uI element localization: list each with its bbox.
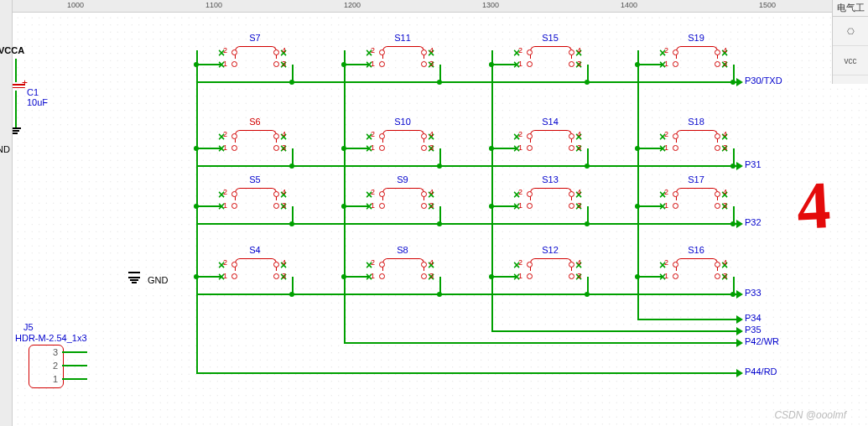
tool-vcc[interactable]: vcc: [833, 46, 868, 75]
switch-s8[interactable]: S8 × × × × 2 4 1 3: [367, 257, 438, 285]
switch-s12[interactable]: S12 × × × × 2 4 1 3: [515, 257, 585, 285]
switch-ref: S13: [515, 174, 585, 184]
handwritten-annotation: 4: [795, 167, 833, 245]
switch-ref: S10: [367, 117, 438, 127]
switch-s17[interactable]: S17 × × × × 2 4 1 3: [661, 186, 731, 215]
switch-ref: S15: [515, 33, 585, 43]
connector-j5[interactable]: 3 2 1: [29, 345, 64, 388]
switch-ref: S9: [367, 174, 438, 184]
cap-ref: C1: [27, 87, 39, 97]
tool-palette[interactable]: 电气工 ⎔ vcc: [832, 0, 868, 84]
net-gnd-left: ND: [0, 144, 10, 154]
switch-s9[interactable]: S9 × × × × 2 4 1 3: [367, 186, 438, 215]
j5-pin-2: 2: [53, 361, 58, 371]
switch-ref: S12: [515, 245, 585, 255]
tool-net[interactable]: ⎔: [833, 17, 868, 46]
switch-s15[interactable]: S15 × × × × 2 4 1 3: [515, 44, 585, 73]
switch-s13[interactable]: S13 × × × × 2 4 1 3: [515, 186, 585, 215]
j5-ref: J5: [23, 322, 34, 332]
switch-s5[interactable]: S5 × × × × 2 4 1 3: [220, 186, 290, 215]
switch-s19[interactable]: S19 × × × × 2 4 1 3: [661, 44, 731, 73]
switch-ref: S7: [220, 33, 290, 43]
j5-type: HDR-M-2.54_1x3: [15, 333, 87, 343]
watermark: CSDN @ooolmf: [774, 409, 846, 421]
switch-s6[interactable]: S6 × × × × 2 4 1 3: [220, 128, 290, 157]
switch-ref: S14: [515, 117, 585, 127]
switch-s16[interactable]: S16 × × × × 2 4 1 3: [661, 257, 731, 285]
switch-ref: S19: [661, 33, 731, 43]
ruler-vertical: [0, 0, 13, 426]
ruler-horizontal: 1000 1100 1200 1300 1400 1500: [0, 0, 868, 13]
switch-ref: S5: [220, 174, 290, 184]
switch-s18[interactable]: S18 × × × × 2 4 1 3: [661, 128, 731, 157]
toolbar-header: 电气工: [833, 0, 868, 17]
j5-pin-1: 1: [53, 374, 58, 384]
switch-s10[interactable]: S10 × × × × 2 4 1 3: [367, 128, 438, 157]
cap-value: 10uF: [27, 97, 48, 107]
switch-s4[interactable]: S4 × × × × 2 4 1 3: [220, 257, 290, 285]
net-gnd-label: GND: [148, 275, 168, 285]
switch-s14[interactable]: S14 × × × × 2 4 1 3: [515, 128, 585, 157]
net-vcca-label: VCCA: [0, 45, 24, 55]
switch-ref: S4: [220, 245, 290, 255]
switch-s7[interactable]: S7 × × × × 2 4 1 3: [220, 44, 290, 73]
switch-ref: S17: [661, 174, 731, 184]
switch-ref: S6: [220, 117, 290, 127]
switch-ref: S11: [367, 33, 438, 43]
switch-ref: S18: [661, 117, 731, 127]
switch-ref: S8: [367, 245, 438, 255]
j5-pin-3: 3: [53, 347, 58, 357]
switch-s11[interactable]: S11 × × × × 2 4 1 3: [367, 44, 438, 73]
switch-ref: S16: [661, 245, 731, 255]
